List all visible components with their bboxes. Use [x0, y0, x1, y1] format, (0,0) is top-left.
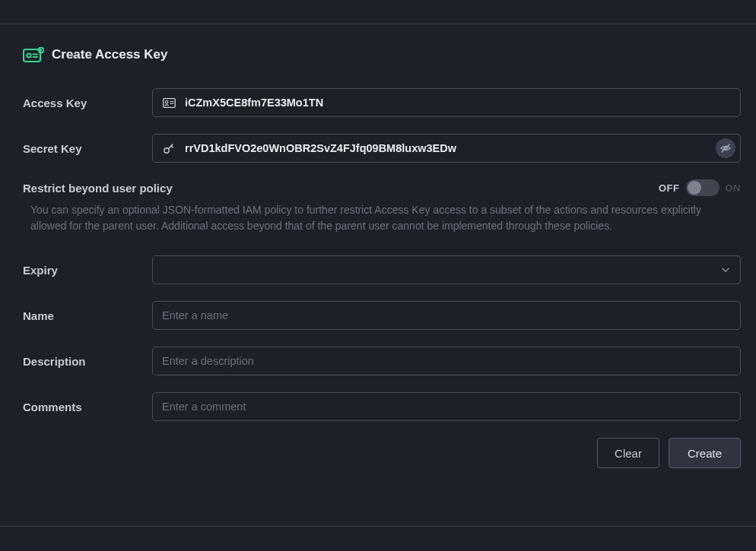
- comments-label: Comments: [23, 401, 152, 413]
- form-button-row: Clear Create: [23, 438, 741, 468]
- svg-rect-0: [24, 49, 40, 62]
- comments-input[interactable]: [162, 401, 731, 413]
- secret-key-input[interactable]: [185, 142, 731, 154]
- expiry-select[interactable]: [152, 255, 741, 284]
- svg-point-1: [27, 53, 30, 57]
- restrict-policy-section: Restrict beyond user policy OFF ON You c…: [23, 179, 741, 234]
- name-input[interactable]: [162, 309, 731, 321]
- description-input-wrap[interactable]: [152, 347, 741, 375]
- eye-off-icon: [719, 142, 732, 154]
- description-input[interactable]: [162, 355, 731, 367]
- svg-line-15: [722, 144, 729, 152]
- svg-point-8: [165, 100, 167, 103]
- chevron-down-icon: [720, 264, 731, 275]
- secret-key-row: Secret Key: [23, 134, 741, 163]
- toggle-knob: [688, 181, 701, 195]
- name-label: Name: [23, 309, 152, 322]
- toggle-on-label: ON: [726, 182, 742, 194]
- create-button[interactable]: Create: [669, 438, 741, 468]
- comments-row: Comments: [23, 392, 741, 421]
- restrict-policy-toggle-group: OFF ON: [659, 179, 741, 196]
- description-label: Description: [23, 355, 152, 368]
- page-container: Create Access Key Access Key Secret Key: [0, 24, 756, 483]
- description-row: Description: [23, 347, 741, 375]
- access-key-input[interactable]: [185, 97, 731, 109]
- svg-rect-7: [163, 98, 175, 107]
- access-key-row: Access Key: [23, 88, 741, 117]
- access-key-input-wrap[interactable]: [152, 88, 741, 117]
- page-header: Create Access Key: [23, 47, 741, 62]
- restrict-policy-header: Restrict beyond user policy OFF ON: [23, 179, 741, 196]
- expiry-label: Expiry: [23, 264, 152, 277]
- restrict-policy-title: Restrict beyond user policy: [23, 182, 173, 195]
- comments-input-wrap[interactable]: [152, 392, 741, 421]
- top-divider: [0, 0, 756, 24]
- restrict-policy-toggle[interactable]: [686, 179, 719, 196]
- secret-key-label: Secret Key: [23, 142, 152, 155]
- key-icon: [162, 141, 176, 155]
- id-badge-icon: [162, 96, 176, 109]
- svg-line-13: [171, 146, 173, 147]
- name-input-wrap[interactable]: [152, 301, 741, 330]
- name-row: Name: [23, 301, 741, 330]
- svg-line-6: [41, 50, 42, 51]
- access-key-label: Access Key: [23, 97, 152, 109]
- restrict-policy-description: You can specify an optional JSON-formatt…: [23, 202, 715, 234]
- secret-key-input-wrap[interactable]: [152, 134, 741, 163]
- clear-button[interactable]: Clear: [597, 438, 659, 468]
- toggle-secret-visibility-button[interactable]: [716, 138, 735, 158]
- page-title: Create Access Key: [52, 47, 167, 62]
- bottom-divider: [0, 526, 756, 527]
- toggle-off-label: OFF: [659, 182, 680, 194]
- access-key-card-icon: [23, 47, 43, 62]
- expiry-row: Expiry: [23, 255, 741, 284]
